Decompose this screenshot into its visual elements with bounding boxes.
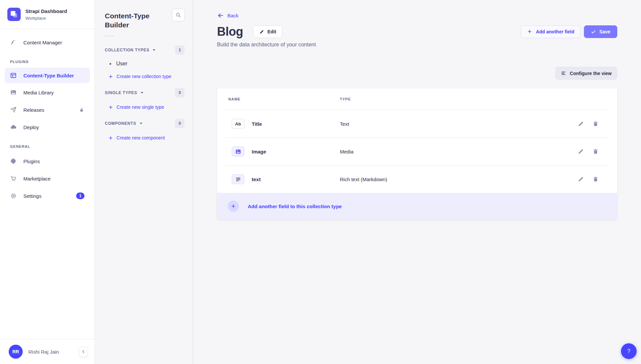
add-another-field-button[interactable]: Add another field xyxy=(521,25,581,38)
delete-field-button[interactable] xyxy=(593,176,599,182)
row-actions xyxy=(578,121,617,127)
edit-field-button[interactable] xyxy=(578,148,584,154)
save-label: Save xyxy=(599,29,610,34)
page-header: Blog Edit Add another field xyxy=(217,25,617,39)
fields-table-card: NAME TYPE Ab Title Text xyxy=(217,88,617,193)
chevron-down-icon xyxy=(140,122,143,124)
lines-icon xyxy=(561,70,567,76)
table-row[interactable]: text Rich text (Markdown) xyxy=(217,165,617,193)
workspace-switcher[interactable]: Strapi Dashboard Workplace xyxy=(0,0,94,29)
trash-icon xyxy=(593,123,599,128)
field-name: text xyxy=(252,176,340,182)
sidebar-item-marketplace[interactable]: Marketplace xyxy=(0,170,94,187)
field-type: Text xyxy=(340,121,578,127)
delete-field-button[interactable] xyxy=(593,148,599,154)
back-link[interactable]: Back xyxy=(217,12,238,19)
sidebar-item-label: Plugins xyxy=(23,158,40,164)
edit-button[interactable]: Edit xyxy=(253,25,282,38)
components-count-badge: 0 xyxy=(175,119,185,128)
column-header-type: TYPE xyxy=(340,97,609,101)
sidebar-item-content-type-builder[interactable]: Content-Type Builder xyxy=(5,68,90,83)
edit-field-button[interactable] xyxy=(578,176,584,182)
add-field-to-collection-label: Add another field to this collection typ… xyxy=(248,204,342,209)
gear-icon xyxy=(10,193,17,199)
table-header: NAME TYPE xyxy=(217,88,617,110)
sidebar-footer: RR Rishi Raj Jain xyxy=(0,339,94,364)
app-root: Strapi Dashboard Workplace Content Manag… xyxy=(0,0,641,364)
trash-icon xyxy=(593,150,599,155)
sidebar-item-deploy[interactable]: Deploy xyxy=(0,118,94,136)
plus-icon xyxy=(108,105,113,110)
sidebar-item-label: Media Library xyxy=(23,90,54,95)
sidebar-item-plugins[interactable]: Plugins xyxy=(0,152,94,170)
sidebar-item-media-library[interactable]: Media Library xyxy=(0,84,94,101)
delete-field-button[interactable] xyxy=(593,121,599,127)
help-button[interactable]: ? xyxy=(621,343,637,359)
puzzle-icon xyxy=(10,158,17,164)
paper-plane-icon xyxy=(10,106,17,113)
edit-field-button[interactable] xyxy=(578,121,584,127)
pencil-icon xyxy=(259,29,264,34)
create-new-single-type-link[interactable]: Create new single type xyxy=(108,104,185,110)
sidebar-section-plugins: PLUGINS xyxy=(0,60,94,64)
column-header-name: NAME xyxy=(228,97,340,101)
create-new-collection-type-link[interactable]: Create new collection type xyxy=(108,74,185,79)
section-title: COLLECTION TYPES xyxy=(105,48,149,52)
bullet-icon xyxy=(110,63,111,65)
section-collection-types: COLLECTION TYPES 1 User Create new colle… xyxy=(105,45,185,79)
search-button[interactable] xyxy=(172,9,185,21)
create-link-label: Create new component xyxy=(117,135,165,140)
page-title: Blog xyxy=(217,25,243,39)
cloud-icon xyxy=(10,124,17,130)
main-content: Back Blog Edit Add another field xyxy=(193,0,641,364)
add-field-to-collection-button[interactable]: Add another field to this collection typ… xyxy=(217,193,617,220)
section-components: COMPONENTS 0 Create new component xyxy=(105,119,185,140)
sidebar-item-label: Content-Type Builder xyxy=(23,73,74,78)
table-row[interactable]: Ab Title Text xyxy=(217,110,617,137)
collapse-sidebar-button[interactable] xyxy=(79,347,88,357)
strapi-logo-icon xyxy=(7,8,21,21)
section-components-header[interactable]: COMPONENTS 0 xyxy=(105,119,185,128)
sidebar-item-label: Releases xyxy=(23,107,44,113)
header-actions: Add another field Save xyxy=(521,25,617,38)
chevron-down-icon xyxy=(153,49,156,51)
collection-type-user[interactable]: User xyxy=(110,61,185,67)
field-name: Image xyxy=(252,149,340,154)
create-new-component-link[interactable]: Create new component xyxy=(108,135,185,140)
trash-icon xyxy=(593,178,599,183)
section-collection-types-header[interactable]: COLLECTION TYPES 1 xyxy=(105,45,185,55)
panel-header: Content-Type Builder xyxy=(105,9,185,29)
check-icon xyxy=(591,29,596,34)
richtext-field-icon xyxy=(232,174,244,184)
plus-icon xyxy=(527,29,532,34)
single-types-count-badge: 0 xyxy=(175,88,185,97)
section-title: COMPONENTS xyxy=(105,121,136,126)
table-row[interactable]: Image Media xyxy=(217,138,617,165)
row-actions xyxy=(578,148,617,154)
pencil-icon xyxy=(578,150,584,155)
field-type: Rich text (Markdown) xyxy=(340,176,578,182)
save-button[interactable]: Save xyxy=(584,25,617,38)
chevron-down-icon xyxy=(141,92,144,94)
sidebar-item-label: Deploy xyxy=(23,124,39,130)
workspace-subtitle: Workplace xyxy=(25,16,67,21)
fields-table: NAME TYPE Ab Title Text xyxy=(217,88,617,220)
media-field-icon xyxy=(232,146,244,156)
collection-types-count-badge: 1 xyxy=(175,45,185,55)
pencil-icon xyxy=(578,123,584,128)
configure-row: Configure the view xyxy=(217,67,617,80)
sidebar-item-label: Settings xyxy=(23,193,41,199)
sidebar-item-settings[interactable]: Settings 1 xyxy=(0,187,94,205)
sidebar-item-releases[interactable]: Releases xyxy=(0,101,94,118)
arrow-left-icon xyxy=(217,12,224,19)
configure-the-view-button[interactable]: Configure the view xyxy=(555,67,617,80)
create-link-label: Create new collection type xyxy=(117,74,171,79)
sidebar-item-label: Content Manager xyxy=(23,40,62,45)
pencil-icon xyxy=(578,178,584,183)
sidebar-item-content-manager[interactable]: Content Manager xyxy=(0,34,94,51)
back-label: Back xyxy=(227,13,238,18)
section-single-types-header[interactable]: SINGLE TYPES 0 xyxy=(105,88,185,97)
cart-icon xyxy=(10,175,17,182)
main-sidebar: Strapi Dashboard Workplace Content Manag… xyxy=(0,0,95,364)
avatar[interactable]: RR xyxy=(9,345,23,359)
